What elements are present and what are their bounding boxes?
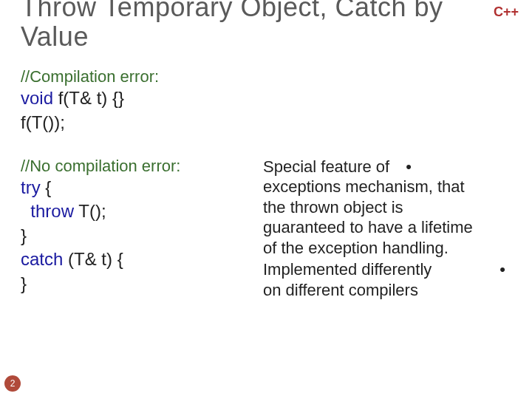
slide-number-badge: 2 (4, 375, 21, 392)
slide-body: //Compilation error: void f(T& t) {} f(T… (0, 51, 532, 300)
bullet-lead: Implemented differently (263, 260, 432, 279)
code-line: } (21, 272, 242, 296)
title-row: Throw Temporary Object, Catch by Value C… (0, 0, 532, 51)
code-line: } (21, 224, 242, 248)
bullet-rest: on different compilers (263, 281, 418, 299)
code-text: f(T& t) {} (53, 88, 124, 108)
slide-title: Throw Temporary Object, Catch by Value (21, 0, 494, 51)
bullet-item: Implemented differently • on different c… (263, 259, 511, 300)
keyword-catch: catch (21, 249, 63, 269)
code-text: { (41, 177, 52, 197)
bullet-item: Special feature of • exceptions mechanis… (263, 157, 511, 259)
slide: Throw Temporary Object, Catch by Value C… (0, 0, 532, 399)
compilation-error-block: //Compilation error: void f(T& t) {} f(T… (21, 67, 519, 134)
code-line: f(T()); (21, 111, 519, 134)
keyword-void: void (21, 88, 53, 108)
bullet-column: Special feature of • exceptions mechanis… (263, 157, 519, 301)
bullet-lead: Special feature of (263, 157, 389, 176)
bullet-dot-icon: • (499, 259, 505, 280)
code-line: throw T(); (21, 200, 242, 223)
bullet-rest: exceptions mechanism, that the thrown ob… (263, 177, 473, 257)
code-text: (T& t) { (63, 249, 123, 269)
comment-compilation-error: //Compilation error: (21, 67, 519, 86)
code-line: catch (T& t) { (21, 248, 242, 271)
bullet-dot-icon: • (406, 157, 412, 177)
comment-no-compilation-error: //No compilation error: (21, 157, 242, 176)
keyword-throw: throw (30, 201, 74, 221)
no-compilation-error-block: //No compilation error: try { throw T();… (21, 157, 242, 301)
cpp-badge: C++ (494, 4, 519, 20)
keyword-try: try (21, 177, 41, 197)
two-column: //No compilation error: try { throw T();… (21, 157, 519, 301)
code-line: void f(T& t) {} (21, 86, 519, 110)
code-text: T(); (74, 201, 106, 221)
code-line: try { (21, 176, 242, 200)
